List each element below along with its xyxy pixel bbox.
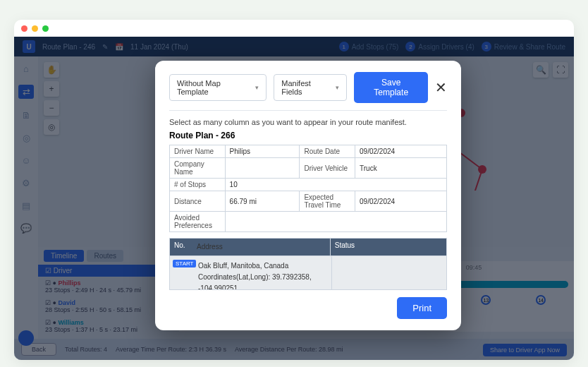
max-dot[interactable] bbox=[42, 25, 49, 32]
svg-point-2 bbox=[478, 165, 486, 174]
search-icon[interactable]: 🔍 bbox=[533, 62, 549, 78]
manifest-row: START Oak Bluff, Manitoba, Canada Coordi… bbox=[170, 255, 446, 290]
chevron-down-icon: ▾ bbox=[336, 84, 339, 91]
min-dot[interactable] bbox=[32, 25, 38, 32]
manifest-header: No. Address Status bbox=[170, 239, 446, 255]
manifest-table: No. Address Status START Oak Bluff, Mani… bbox=[169, 238, 447, 290]
settings-icon[interactable]: ⚙ bbox=[20, 176, 32, 189]
hand-icon[interactable]: ✋ bbox=[44, 62, 59, 78]
calendar-icon: 📅 bbox=[115, 43, 123, 51]
step-2[interactable]: 2Assign Drivers (4) bbox=[405, 42, 474, 52]
logo: U bbox=[23, 40, 35, 53]
stop-dot[interactable]: 13 bbox=[481, 295, 491, 305]
bottom-bar: Back Total Routes: 4 Average Time Per Ro… bbox=[14, 339, 574, 360]
zoom-in-icon[interactable]: + bbox=[44, 81, 59, 97]
routes-icon[interactable]: ⇄ bbox=[18, 85, 34, 99]
chart-icon[interactable]: ▤ bbox=[20, 199, 32, 212]
stop-dot[interactable]: 14 bbox=[536, 295, 546, 305]
left-nav: ⌂ ⇄ 🗎 ◎ ☺ ⚙ ▤ 💬 bbox=[14, 56, 38, 360]
tab-routes[interactable]: Routes bbox=[87, 250, 123, 262]
home-icon[interactable]: ⌂ bbox=[20, 62, 32, 75]
print-button[interactable]: Print bbox=[397, 297, 447, 319]
topbar: U Route Plan - 246 ✎ 📅 11 Jan 2024 (Thu)… bbox=[14, 37, 574, 56]
plan-title: Route Plan - 266 bbox=[169, 131, 447, 140]
users-icon[interactable]: ☺ bbox=[20, 154, 32, 167]
avatar[interactable] bbox=[18, 330, 34, 346]
step-1[interactable]: 1Add Stops (75) bbox=[339, 42, 399, 52]
plan-title: Route Plan - 246 bbox=[42, 43, 95, 51]
template-select[interactable]: Without Map Template▾ bbox=[169, 74, 267, 101]
date: 11 Jan 2024 (Thu) bbox=[130, 43, 188, 51]
target-icon[interactable]: ◎ bbox=[44, 119, 59, 135]
save-template-button[interactable]: Save Template bbox=[354, 72, 428, 103]
fullscreen-icon[interactable]: ⛶ bbox=[553, 62, 568, 78]
step-3[interactable]: 3Review & Share Route bbox=[482, 42, 565, 52]
zoom-out-icon[interactable]: − bbox=[44, 100, 59, 116]
doc-icon[interactable]: 🗎 bbox=[20, 109, 32, 121]
tab-timeline[interactable]: Timeline bbox=[44, 250, 84, 262]
location-icon[interactable]: ◎ bbox=[20, 131, 32, 144]
edit-icon[interactable]: ✎ bbox=[102, 43, 108, 51]
fields-select[interactable]: Manifest Fields▾ bbox=[274, 74, 347, 101]
browser-window: U Route Plan - 246 ✎ 📅 11 Jan 2024 (Thu)… bbox=[14, 20, 574, 360]
close-icon[interactable]: ✕ bbox=[435, 79, 447, 96]
close-dot[interactable] bbox=[21, 25, 27, 32]
share-button[interactable]: Share to Driver App Now bbox=[483, 344, 567, 356]
manifest-modal: Without Map Template▾ Manifest Fields▾ S… bbox=[155, 61, 461, 330]
chat-icon[interactable]: 💬 bbox=[20, 222, 32, 234]
chevron-down-icon: ▾ bbox=[255, 84, 259, 91]
titlebar bbox=[14, 20, 574, 37]
info-table: Driver NamePhilipsRoute Date09/02/2024 C… bbox=[169, 145, 447, 232]
modal-desc: Select as many column as you want to app… bbox=[169, 118, 447, 126]
